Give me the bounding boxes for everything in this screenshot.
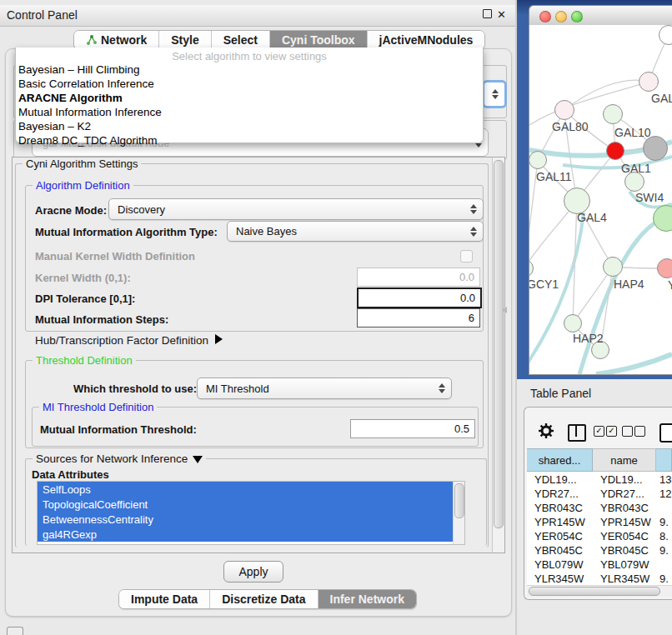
cell-shared[interactable]: YBL079W [527, 558, 593, 572]
network-node-selected[interactable] [606, 142, 624, 160]
aracne-mode-combobox[interactable]: Discovery [108, 198, 484, 220]
dropdown-item[interactable]: Bayesian – Hill Climbing [18, 63, 140, 76]
table-row[interactable]: YER054CYER054C8. [527, 529, 672, 543]
dpi-tolerance-field[interactable]: 0.0 [357, 288, 482, 308]
list-scrollbar-thumb[interactable] [454, 483, 464, 518]
cell-shared[interactable]: YDL19... [527, 472, 593, 487]
network-node[interactable] [643, 136, 668, 161]
show-columns-icon[interactable] [568, 424, 586, 442]
cell-shared[interactable]: YPR145W [527, 515, 593, 529]
column-header-name[interactable]: name [593, 448, 656, 472]
list-item[interactable]: SelfLoops [38, 482, 458, 497]
which-threshold-value: MI Threshold [206, 382, 269, 395]
data-attributes-list[interactable]: SelfLoops TopologicalCoefficient Between… [37, 481, 465, 545]
network-node[interactable] [529, 151, 547, 169]
cell-name[interactable]: YPR145W [593, 515, 656, 529]
group-title: Cyni Algorithm Settings [23, 158, 141, 170]
cell-shared[interactable]: YER054C [527, 529, 593, 543]
list-scrollbar-track[interactable] [453, 482, 464, 544]
manual-kernel-checkbox[interactable] [460, 250, 473, 262]
deselect-all-checkbox-icon[interactable] [634, 426, 645, 437]
minimize-traffic-light-icon[interactable] [555, 11, 567, 22]
tab-discretize-data-label: Discretize Data [222, 592, 305, 606]
network-node[interactable] [657, 258, 672, 278]
minimized-window-icon[interactable] [7, 627, 23, 635]
network-node[interactable] [603, 257, 623, 277]
select-all-checkbox-icon[interactable]: ✓ [594, 426, 604, 437]
table-row[interactable]: YBR045CYBR045C9. [527, 543, 672, 558]
node-label: GCY1 [529, 278, 559, 291]
table-hscrollbar-thumb[interactable] [529, 587, 660, 596]
cell-value[interactable]: 8. [656, 529, 672, 543]
cell-shared[interactable]: YBR043C [527, 501, 593, 515]
settings-scrollbar-thumb[interactable] [494, 160, 504, 528]
node-label: SWI4 [635, 191, 664, 204]
float-window-icon[interactable] [483, 9, 492, 18]
cell-value[interactable]: 13 [656, 472, 672, 487]
dropdown-item[interactable]: Basic Correlation Inference [18, 78, 154, 90]
gear-icon[interactable] [539, 423, 554, 438]
apply-button[interactable]: Apply [223, 561, 283, 582]
table-row[interactable]: YBR043CYBR043C [527, 501, 672, 515]
control-panel-title: Control Panel [7, 8, 78, 22]
which-threshold-combobox[interactable]: MI Threshold [197, 378, 452, 399]
tab-infer-network-label: Infer Network [330, 592, 404, 606]
kernel-width-field[interactable]: 0.0 [357, 268, 480, 287]
tab-jactivemnodules[interactable]: jActiveMNodules [368, 31, 485, 49]
deselect-all-checkbox-icon[interactable] [622, 426, 633, 437]
network-canvas[interactable]: GAL GAL80 GAL10 GAL1 GAL11 SWI4 GAL4 GCY… [529, 25, 672, 375]
list-item[interactable]: TopologicalCoefficient [38, 497, 458, 512]
table-row[interactable]: YDL19...YDL19...13 [527, 472, 672, 487]
network-node[interactable] [554, 100, 574, 120]
cell-shared[interactable]: YBR045C [527, 543, 593, 558]
tab-impute-data[interactable]: Impute Data [119, 590, 210, 608]
dropdown-item[interactable]: Bayesian – K2 [18, 120, 91, 132]
cell-value[interactable] [656, 501, 672, 515]
dropdown-item[interactable]: Dream8 DC_TDC Algorithm [18, 134, 158, 147]
new-table-icon[interactable] [659, 423, 672, 442]
column-header-shared-name[interactable]: shared... [527, 448, 593, 472]
cell-name[interactable]: YDR27... [593, 487, 656, 501]
tab-discretize-data[interactable]: Discretize Data [210, 590, 318, 608]
cell-name[interactable]: YBL079W [593, 558, 656, 572]
tab-style[interactable]: Style [159, 31, 211, 49]
select-all-checkbox-icon[interactable]: ✓ [606, 426, 617, 437]
tab-cyni-toolbox[interactable]: Cyni Toolbox [270, 31, 368, 49]
tab-select[interactable]: Select [212, 31, 270, 49]
network-node[interactable] [564, 314, 582, 332]
cell-name[interactable]: YDL19... [593, 472, 656, 487]
column-header-partial[interactable] [656, 448, 672, 472]
sources-group-header[interactable]: Sources for Network Inference [33, 452, 206, 465]
network-window-titlebar[interactable] [529, 5, 672, 27]
network-node[interactable] [603, 104, 623, 124]
cell-shared[interactable]: YDR27... [527, 487, 593, 501]
tab-infer-network[interactable]: Infer Network [318, 590, 416, 608]
cell-name[interactable]: YBR043C [593, 501, 656, 515]
table-row[interactable]: YBL079WYBL079W [527, 558, 672, 572]
dropdown-item-highlighted[interactable]: ARACNE Algorithm [18, 92, 123, 104]
cell-value[interactable]: 9. [656, 543, 672, 558]
mi-type-combobox[interactable]: Naive Bayes [227, 221, 484, 242]
list-item[interactable]: BetweennessCentrality [38, 512, 458, 527]
cell-name[interactable]: YER054C [593, 529, 656, 543]
table-row[interactable]: YPR145WYPR145W9. [527, 515, 672, 529]
close-traffic-light-icon[interactable] [539, 11, 551, 22]
table-row[interactable]: YDR27...YDR27...12 [527, 487, 672, 501]
zoom-traffic-light-icon[interactable] [571, 11, 583, 22]
close-icon[interactable]: ✕ [497, 8, 506, 21]
group-title: Algorithm Definition [33, 179, 133, 192]
cell-name[interactable]: YBR045C [593, 543, 656, 558]
cell-value[interactable] [656, 558, 672, 572]
list-item[interactable]: gal4RGexp [38, 527, 458, 542]
mi-threshold-field[interactable]: 0.5 [350, 419, 475, 438]
hub-section-header[interactable]: Hub/Transcription Factor Definition [35, 334, 223, 347]
which-threshold-label: Which threshold to use: [73, 382, 197, 395]
cell-value[interactable]: 9. [656, 515, 672, 529]
dropdown-item[interactable]: Mutual Information Inference [18, 106, 162, 118]
cell-value[interactable]: 12 [656, 487, 672, 501]
mi-steps-field[interactable]: 6 [357, 308, 480, 328]
splitter-collapse-icon[interactable] [502, 307, 507, 313]
tab-network[interactable]: Network [74, 31, 159, 49]
algorithm-combobox-focus-ring[interactable] [482, 80, 507, 108]
network-node[interactable] [639, 72, 659, 92]
